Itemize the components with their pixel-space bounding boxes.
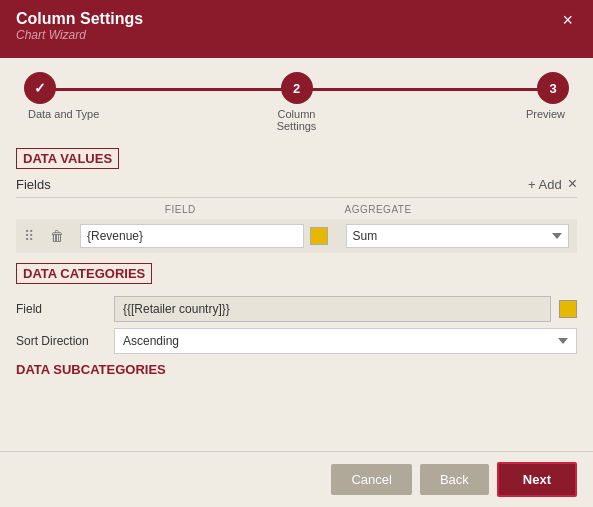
step-1-circle: ✓: [24, 72, 56, 104]
drag-handle-icon[interactable]: ⠿: [24, 228, 44, 244]
step-1-check: ✓: [34, 80, 46, 96]
modal-footer: Cancel Back Next: [0, 451, 593, 507]
col-aggregate-header: AGGREGATE: [337, 204, 570, 215]
col-spacer-1: [24, 204, 64, 215]
delete-row-icon[interactable]: 🗑: [50, 228, 74, 244]
fields-actions: + Add ×: [528, 175, 577, 193]
stepper-track: ✓ 2 3: [24, 72, 569, 104]
step-3-label: 3: [549, 81, 556, 96]
add-field-button[interactable]: + Add: [528, 177, 562, 192]
step-3-text: Preview: [485, 108, 565, 132]
remove-field-button[interactable]: ×: [568, 175, 577, 193]
modal-content: DATA VALUES Fields + Add × FIELD AGGREGA…: [0, 140, 593, 451]
cancel-button[interactable]: Cancel: [331, 464, 411, 495]
step-1-text: Data and Type: [28, 108, 108, 132]
sort-direction-select[interactable]: Ascending Descending: [114, 328, 577, 354]
next-button[interactable]: Next: [497, 462, 577, 497]
modal-subtitle: Chart Wizard: [16, 28, 143, 42]
table-header: FIELD AGGREGATE: [16, 200, 577, 219]
close-button[interactable]: ×: [558, 10, 577, 31]
field-input[interactable]: [80, 224, 304, 248]
aggregate-select[interactable]: Sum Count Average Min Max: [346, 224, 570, 248]
col-spacer-2: [297, 204, 337, 215]
stepper: ✓ 2 3 Data and Type Column Settings Prev…: [0, 58, 593, 140]
table-row: ⠿ 🗑 Sum Count Average Min Max: [16, 219, 577, 253]
data-values-header: DATA VALUES: [16, 148, 119, 169]
category-field-row: Field: [16, 296, 577, 322]
modal-title: Column Settings: [16, 10, 143, 28]
step-3-circle: 3: [537, 72, 569, 104]
modal-header: Column Settings Chart Wizard ×: [0, 0, 593, 58]
step-2-circle: 2: [281, 72, 313, 104]
fields-label: Fields: [16, 177, 51, 192]
category-field-input[interactable]: [114, 296, 551, 322]
category-field-label: Field: [16, 302, 106, 316]
category-color-swatch[interactable]: [559, 300, 577, 318]
step-2-text: Column Settings: [257, 108, 337, 132]
header-text: Column Settings Chart Wizard: [16, 10, 143, 42]
fields-bar: Fields + Add ×: [16, 175, 577, 198]
modal-container: Column Settings Chart Wizard × ✓ 2 3 Dat…: [0, 0, 593, 507]
back-button[interactable]: Back: [420, 464, 489, 495]
sort-direction-row: Sort Direction Ascending Descending: [16, 328, 577, 354]
sort-direction-label: Sort Direction: [16, 334, 106, 348]
step-labels: Data and Type Column Settings Preview: [24, 108, 569, 132]
field-color-swatch[interactable]: [310, 227, 328, 245]
data-subcategories-header: DATA SUBCATEGORIES: [16, 362, 577, 377]
step-2-label: 2: [293, 81, 300, 96]
col-field-header: FIELD: [64, 204, 297, 215]
data-categories-header: DATA CATEGORIES: [16, 263, 152, 284]
